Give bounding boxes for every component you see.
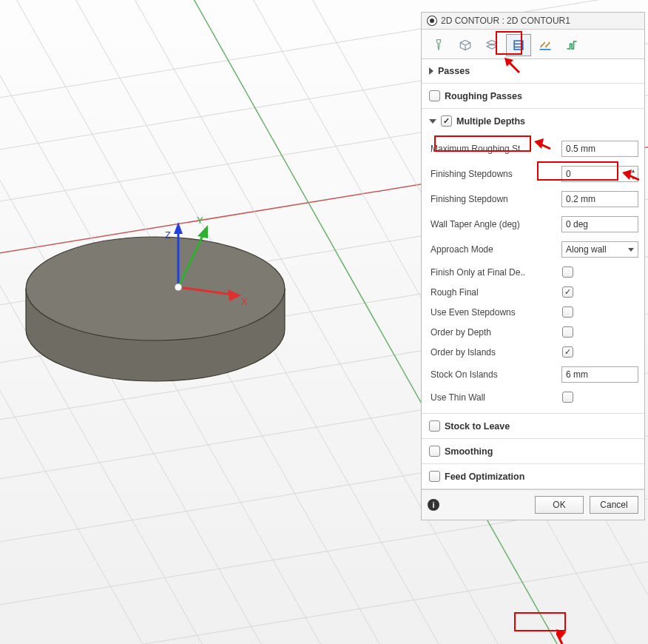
row-order-islands: Order by Islands (429, 342, 640, 362)
svg-point-31 (175, 284, 182, 291)
approach-mode-value: Along wall (566, 244, 607, 255)
passes-icon (511, 38, 526, 53)
tab-heights[interactable] (479, 34, 504, 56)
cycles-icon (564, 38, 579, 53)
model-disc (26, 237, 285, 381)
row-rough-final: Rough Final (429, 282, 640, 302)
panel-footer: i OK Cancel (422, 489, 644, 520)
tab-strip (422, 30, 644, 59)
order-islands-checkbox[interactable] (562, 346, 573, 358)
order-islands-label: Order by Islands (431, 347, 562, 358)
row-finishing-stepdown: Finishing Stepdown (429, 187, 640, 212)
finishing-stepdowns-label: Finishing Stepdowns (431, 169, 561, 179)
tab-passes[interactable] (506, 34, 531, 56)
stock-to-leave-header[interactable]: Stock to Leave (422, 414, 644, 438)
heights-icon (485, 38, 499, 53)
panel-title-text: 2D CONTOUR : 2D CONTOUR1 (441, 16, 570, 26)
use-even-label: Use Even Stepdowns (431, 307, 562, 318)
linking-icon (538, 38, 553, 53)
wall-taper-input[interactable] (561, 216, 638, 232)
feed-opt-label: Feed Optimization (445, 472, 524, 482)
row-order-depth: Order by Depth (429, 322, 640, 342)
row-finish-final-only: Finish Only at Final De.. (429, 262, 640, 282)
use-thin-wall-label: Use Thin Wall (431, 392, 562, 403)
stock-to-leave-checkbox[interactable] (429, 420, 440, 432)
section-multiple-depths: ✓ Multiple Depths Maximum Roughing St.. … (422, 109, 644, 414)
svg-rect-32 (514, 41, 523, 50)
section-smoothing: Smoothing (422, 439, 644, 464)
wall-taper-label: Wall Taper Angle (deg) (431, 219, 561, 229)
tab-linking[interactable] (533, 34, 558, 56)
row-use-thin-wall: Use Thin Wall (429, 387, 640, 407)
row-stock-on-islands: Stock On Islands (429, 362, 640, 387)
geometry-icon (458, 38, 473, 53)
finishing-stepdowns-input[interactable] (561, 166, 638, 182)
ok-button[interactable]: OK (535, 496, 584, 514)
multiple-depths-label: Multiple Depths (456, 116, 525, 127)
feed-opt-header[interactable]: Feed Optimization (422, 464, 644, 489)
row-wall-taper: Wall Taper Angle (deg) (429, 212, 640, 237)
section-feed-opt: Feed Optimization (422, 464, 644, 489)
section-passes-header[interactable]: Passes (422, 59, 644, 83)
multiple-depths-body: Maximum Roughing St.. Finishing Stepdown… (422, 133, 644, 413)
row-use-even: Use Even Stepdowns (429, 302, 640, 322)
finishing-stepdown-label: Finishing Stepdown (431, 194, 561, 204)
section-stock-to-leave: Stock to Leave (422, 414, 644, 439)
feed-opt-checkbox[interactable] (429, 471, 440, 482)
tab-geometry[interactable] (453, 34, 478, 56)
finish-final-only-checkbox[interactable] (562, 266, 573, 278)
tab-tool[interactable] (426, 34, 451, 56)
rough-final-checkbox[interactable] (562, 286, 573, 298)
finish-final-only-label: Finish Only at Final De.. (431, 267, 562, 278)
section-roughing-passes: Roughing Passes (422, 84, 644, 109)
multiple-depths-checkbox[interactable]: ✓ (441, 115, 452, 127)
smoothing-label: Smoothing (445, 446, 493, 457)
svg-point-23 (26, 237, 285, 341)
stock-on-islands-input[interactable] (561, 366, 638, 383)
bullet-icon (428, 16, 436, 25)
stock-on-islands-label: Stock On Islands (431, 369, 561, 380)
roughing-passes-label: Roughing Passes (445, 91, 522, 101)
tool-icon (431, 38, 446, 53)
section-roughing-passes-header[interactable]: Roughing Passes (422, 84, 644, 108)
smoothing-header[interactable]: Smoothing (422, 439, 644, 463)
max-rough-stepdown-label: Maximum Roughing St.. (431, 144, 561, 154)
svg-line-10 (0, 555, 648, 644)
settings-panel: 2D CONTOUR : 2D CONTOUR1 Passes (421, 12, 645, 520)
chevron-down-icon (429, 119, 436, 124)
svg-marker-28 (198, 225, 208, 238)
section-multiple-depths-header[interactable]: ✓ Multiple Depths (422, 109, 644, 133)
axis-z-label: Z (165, 229, 171, 241)
rough-final-label: Rough Final (431, 287, 562, 298)
spinner-down-icon[interactable]: ▼ (629, 174, 638, 181)
info-icon[interactable]: i (428, 499, 439, 511)
row-max-rough-stepdown: Maximum Roughing St.. (429, 136, 640, 161)
cancel-button[interactable]: Cancel (590, 496, 638, 514)
use-thin-wall-checkbox[interactable] (562, 392, 573, 403)
smoothing-checkbox[interactable] (429, 446, 440, 457)
approach-mode-select[interactable]: Along wall (561, 241, 638, 258)
approach-mode-label: Approach Mode (431, 244, 561, 255)
section-passes-label: Passes (438, 66, 470, 76)
use-even-checkbox[interactable] (562, 306, 573, 318)
finishing-stepdown-input[interactable] (561, 191, 638, 207)
axis-x-label: X (241, 296, 248, 307)
order-depth-label: Order by Depth (431, 327, 562, 338)
max-rough-stepdown-input[interactable] (561, 141, 638, 157)
section-passes: Passes (422, 59, 644, 84)
caret-down-icon (628, 248, 634, 252)
roughing-passes-checkbox[interactable] (429, 90, 440, 101)
tab-cycles[interactable] (559, 34, 584, 56)
order-depth-checkbox[interactable] (562, 326, 573, 338)
axis-y-label: Y (197, 215, 203, 226)
chevron-right-icon (429, 67, 433, 75)
stock-to-leave-label: Stock to Leave (445, 421, 510, 432)
row-approach-mode: Approach Mode Along wall (429, 237, 640, 262)
panel-title-bar[interactable]: 2D CONTOUR : 2D CONTOUR1 (422, 13, 644, 30)
spinner-up-icon[interactable]: ▲ (629, 167, 638, 174)
row-finishing-stepdowns: Finishing Stepdowns ▲▼ (429, 161, 640, 187)
